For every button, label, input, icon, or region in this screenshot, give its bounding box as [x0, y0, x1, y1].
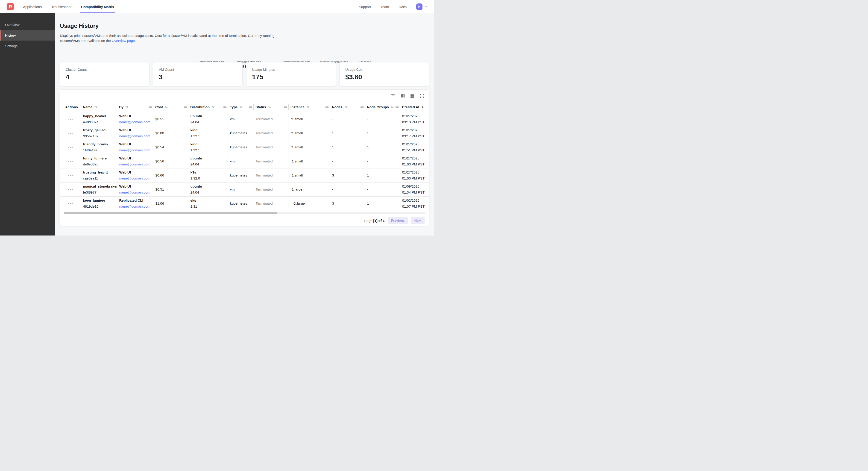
column-header-nodes[interactable]: Nodes [330, 102, 365, 112]
by-cell: Web UI name@domain.com [117, 126, 153, 140]
created-by-email-link[interactable]: name@domain.com [119, 162, 150, 166]
column-resize-grip[interactable] [149, 106, 152, 108]
team-link[interactable]: Team [380, 5, 389, 9]
created-by-email-link[interactable]: name@domain.com [119, 204, 150, 208]
created-date: 01/27/2025 [402, 114, 429, 118]
page-title: Usage History [60, 23, 99, 29]
created-by-source: Web UI [119, 114, 152, 118]
sort-icon[interactable] [125, 105, 128, 109]
nodes-cell: 1 [330, 126, 365, 140]
app-window: R Applications Troubleshoot Compatibilit… [0, 0, 434, 235]
name-cell: frosty_galileo 995b7182 [81, 126, 117, 140]
row-actions-button[interactable]: ••• [68, 117, 73, 121]
column-header-type[interactable]: Type [227, 102, 253, 112]
column-resize-grip[interactable] [223, 106, 226, 108]
distribution-name: kind [190, 128, 226, 133]
instance-cell: r1.small [288, 126, 330, 140]
density-icon[interactable] [409, 93, 415, 99]
sort-icon[interactable] [94, 105, 97, 109]
docs-link[interactable]: Docs [399, 5, 407, 9]
stat-label: Usage Cost [345, 67, 429, 71]
column-header-name[interactable]: Name [81, 102, 117, 112]
row-actions-button[interactable]: ••• [68, 187, 73, 191]
name-cell: trusting_leavitt cae5ea11 [81, 168, 117, 182]
tab-applications[interactable]: Applications [23, 0, 42, 13]
column-resize-grip[interactable] [184, 106, 187, 108]
sort-icon[interactable] [239, 105, 243, 109]
instance-cell: r1.small [288, 140, 330, 154]
distribution-cell: k3s 1.32.0 [188, 168, 227, 182]
cluster-name: magical_stonebraker [83, 184, 116, 189]
column-resize-grip[interactable] [284, 106, 287, 108]
column-resize-grip[interactable] [249, 106, 252, 108]
previous-page-button[interactable]: Previous [388, 217, 408, 224]
cluster-name: frosty_galileo [83, 128, 116, 133]
type-cell: kubernetes [227, 196, 253, 210]
column-resize-grip[interactable] [361, 106, 364, 108]
stat-value: 4 [66, 73, 149, 81]
primary-tabs: Applications Troubleshoot Compatibility … [23, 0, 114, 13]
created-date: 01/27/2025 [402, 170, 429, 175]
description-text: Displays prior clusters/VMs and their as… [60, 34, 274, 42]
overview-page-link[interactable]: Overview page [112, 39, 135, 42]
support-link[interactable]: Support [359, 5, 371, 9]
row-actions-button[interactable]: ••• [68, 159, 73, 163]
column-header-created-at[interactable]: Created At [400, 102, 429, 112]
created-by-email-link[interactable]: name@domain.com [119, 134, 150, 138]
replicated-logo[interactable]: R [7, 3, 14, 10]
row-actions-button[interactable]: ••• [68, 131, 73, 135]
sort-icon[interactable] [268, 105, 271, 109]
horizontal-scrollbar-thumb[interactable] [64, 212, 277, 214]
sidebar-item-overview[interactable]: Overview [0, 19, 55, 30]
created-by-email-link[interactable]: name@domain.com [119, 148, 150, 152]
column-resize-grip[interactable] [396, 106, 399, 108]
node-groups-cell: 1 [365, 140, 400, 154]
distribution-version: 1.31 [190, 204, 226, 209]
row-actions-button[interactable]: ••• [68, 201, 73, 205]
chevron-down-icon[interactable] [424, 6, 428, 8]
sort-icon[interactable] [164, 105, 168, 109]
show-hide-columns-icon[interactable] [400, 93, 406, 99]
filter-icon[interactable] [390, 93, 396, 99]
row-actions-button[interactable]: ••• [68, 173, 73, 177]
column-header-instance[interactable]: Instance [288, 102, 330, 112]
row-actions-button[interactable]: ••• [68, 145, 73, 149]
column-header-status[interactable]: Status [253, 102, 288, 112]
sidebar-item-history[interactable]: History [0, 30, 55, 40]
stat-value: 3 [159, 73, 242, 81]
by-cell: Replicated CLI name@domain.com [117, 196, 153, 210]
tab-compatibility-matrix[interactable]: Compatibility Matrix [81, 0, 114, 13]
sort-icon[interactable] [211, 105, 215, 109]
cost-cell: $0.51 [153, 182, 188, 196]
sort-icon[interactable] [391, 105, 394, 109]
tab-troubleshoot[interactable]: Troubleshoot [51, 0, 71, 13]
fullscreen-icon[interactable] [419, 93, 425, 99]
account-menu[interactable]: K [416, 3, 428, 10]
sidebar-item-settings[interactable]: Settings [0, 40, 55, 51]
column-resize-grip[interactable] [326, 106, 329, 108]
sort-desc-icon[interactable] [421, 105, 424, 109]
cluster-name: trusting_leavitt [83, 170, 116, 175]
nodes-cell: 3 [330, 196, 365, 210]
column-header-by[interactable]: By [117, 102, 153, 112]
created-by-email-link[interactable]: name@domain.com [119, 120, 150, 124]
by-cell: Web UI name@domain.com [117, 140, 153, 154]
avatar[interactable]: K [416, 3, 423, 10]
created-at-cell: 01/02/2025 01:07 PM PST [400, 196, 429, 210]
created-by-email-link[interactable]: name@domain.com [119, 176, 150, 180]
distribution-name: eks [190, 198, 226, 203]
table-row: ••• trusting_leavitt cae5ea11 Web UI nam… [60, 168, 429, 182]
sort-icon[interactable] [344, 105, 348, 109]
status-cell: Terminated [253, 154, 288, 168]
created-time: 01:03 PM PST [402, 176, 429, 181]
column-header-cost[interactable]: Cost [153, 102, 188, 112]
created-by-email-link[interactable]: name@domain.com [119, 190, 150, 194]
actions-cell: ••• [60, 182, 81, 196]
column-header-distribution[interactable]: Distribution [188, 102, 227, 112]
stat-label: VM Count [159, 67, 242, 71]
sort-icon[interactable] [306, 105, 310, 109]
distribution-cell: ubuntu 24.04 [188, 154, 227, 168]
cluster-id: 995b7182 [83, 134, 116, 139]
next-page-button[interactable]: Next [411, 217, 425, 224]
column-header-node-groups[interactable]: Node Groups [365, 102, 400, 112]
